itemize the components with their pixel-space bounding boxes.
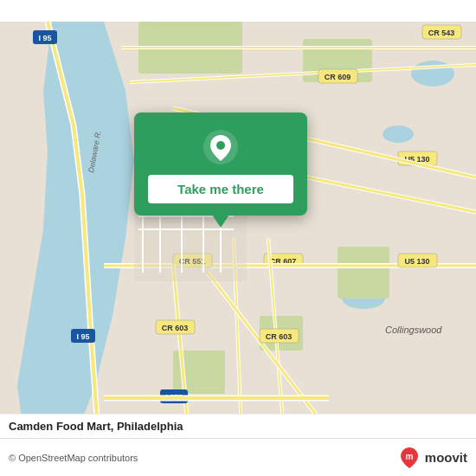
svg-text:CR 609: CR 609 [325, 73, 351, 81]
svg-point-4 [411, 61, 454, 87]
moovit-text: moovit [425, 450, 467, 465]
moovit-logo: m moovit [397, 446, 467, 470]
moovit-icon: m [397, 446, 421, 470]
svg-rect-7 [338, 247, 389, 299]
svg-text:CR 603: CR 603 [162, 324, 189, 332]
bottom-bar: © OpenStreetMap contributors m moovit [0, 438, 476, 476]
map-svg: I 95 I 95 CR 543 CR 609 U5 130 CR 607 [0, 0, 476, 476]
svg-point-66 [216, 141, 225, 150]
osm-attribution: © OpenStreetMap contributors [9, 453, 138, 463]
svg-text:I 95: I 95 [76, 332, 89, 341]
map-container: I 95 I 95 CR 543 CR 609 U5 130 CR 607 [0, 0, 476, 476]
location-label-text: Camden Food Mart, Philadelphia [9, 420, 183, 433]
svg-text:U5 130: U5 130 [404, 257, 429, 266]
svg-point-3 [383, 125, 414, 143]
svg-text:m: m [405, 452, 413, 461]
svg-text:I 95: I 95 [38, 34, 51, 42]
location-label-bar: Camden Food Mart, Philadelphia [0, 414, 476, 438]
location-pin-icon [202, 128, 240, 166]
svg-text:Collingswood: Collingswood [385, 325, 442, 335]
svg-text:CR 603: CR 603 [266, 332, 293, 341]
popup-card: Take me there [134, 113, 307, 215]
take-me-there-button[interactable]: Take me there [148, 175, 293, 203]
svg-text:CR 543: CR 543 [428, 29, 455, 37]
